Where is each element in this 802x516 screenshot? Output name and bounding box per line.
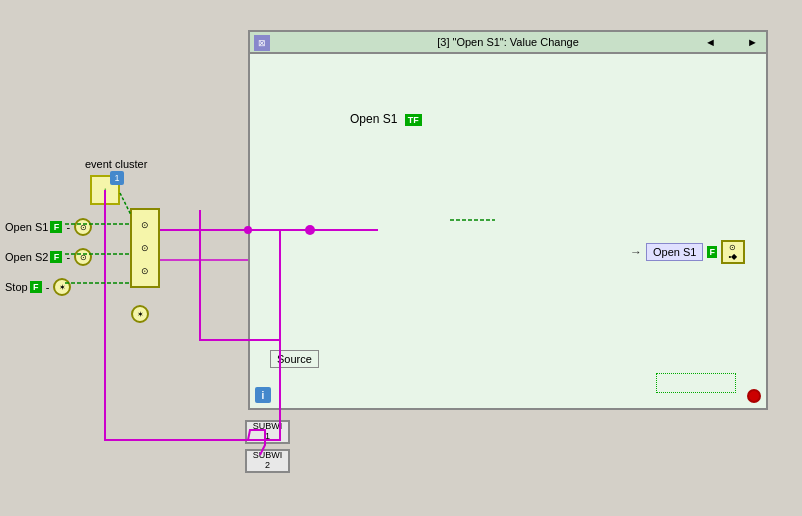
input-row-opens2: Open S2 F - ⊙: [5, 248, 92, 266]
reg-sym-3: ⊙: [141, 266, 149, 276]
open-s1-arrow-node[interactable]: Open S1: [646, 243, 703, 261]
case-frame: ⊠ [3] "Open S1": Value Change ◄ ► Open S…: [248, 30, 768, 410]
case-title-bar: ⊠ [3] "Open S1": Value Change ◄ ►: [248, 30, 768, 54]
case-nav-right[interactable]: ►: [747, 36, 758, 48]
property-node[interactable]: ⊙•◆: [721, 240, 745, 264]
case-title-icon: ⊠: [254, 35, 270, 51]
stop-dot[interactable]: [747, 389, 761, 403]
main-canvas: ⊠ [3] "Open S1": Value Change ◄ ► Open S…: [0, 0, 802, 516]
input-label-opens2: Open S2: [5, 251, 48, 263]
f-badge-node: F: [707, 246, 717, 258]
circle-opens1[interactable]: ⊙: [74, 218, 92, 236]
green-dotted-box: [656, 373, 736, 393]
f-badge-opens1: F: [50, 221, 62, 233]
event-cluster-label: event cluster: [85, 158, 147, 170]
circle-opens2[interactable]: ⊙: [74, 248, 92, 266]
subwi-group: SUBWI1 SUBWI2: [245, 420, 290, 473]
arrow-symbol: →: [630, 245, 642, 259]
case-title-text: [3] "Open S1": Value Change: [437, 36, 579, 48]
circle-stop[interactable]: ✶: [53, 278, 71, 296]
input-row-opens1: Open S1 F - ⊙: [5, 218, 92, 236]
tf-badge: TF: [405, 114, 422, 126]
event-num-badge: 1: [110, 171, 124, 185]
input-label-opens1: Open S1: [5, 221, 48, 233]
input-label-stop: Stop: [5, 281, 28, 293]
event-cluster-inner: ↕: [103, 186, 107, 195]
subwi-2[interactable]: SUBWI2: [245, 449, 290, 473]
subwi-1[interactable]: SUBWI1: [245, 420, 290, 444]
f-badge-stop: F: [30, 281, 42, 293]
case-nav-left[interactable]: ◄: [705, 36, 716, 48]
register-node[interactable]: ⊙ ⊙ ⊙: [130, 208, 160, 288]
circle-extra[interactable]: ✶: [131, 305, 149, 323]
info-icon[interactable]: i: [255, 387, 271, 403]
open-s1-node[interactable]: → Open S1 F ⊙•◆: [630, 240, 745, 264]
reg-sym-2: ⊙: [141, 243, 149, 253]
source-label: Source: [270, 350, 319, 368]
reg-sym-1: ⊙: [141, 220, 149, 230]
f-badge-opens2: F: [50, 251, 62, 263]
open-s1-display: Open S1 TF: [350, 112, 422, 126]
input-row-stop: Stop F - ✶: [5, 278, 71, 296]
event-cluster-box[interactable]: ↕ 1: [90, 175, 120, 205]
